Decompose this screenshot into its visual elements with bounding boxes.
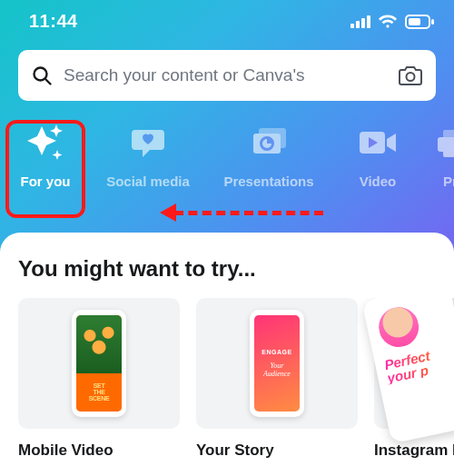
status-bar: 11:44	[0, 0, 454, 37]
category-scroller[interactable]: For you Social media Presentations Video…	[0, 110, 454, 203]
svg-rect-1	[356, 21, 360, 28]
svg-point-9	[407, 73, 415, 81]
category-video[interactable]: Video	[332, 115, 423, 189]
template-card-mobile-video[interactable]: SETTHESCENE Mobile Video	[18, 298, 180, 460]
svg-rect-2	[361, 18, 365, 28]
category-print[interactable]: Pr	[423, 115, 454, 189]
search-bar-container	[0, 37, 454, 110]
cellular-icon	[350, 15, 370, 28]
svg-line-8	[45, 79, 51, 84]
template-label: Mobile Video	[18, 441, 180, 460]
svg-rect-16	[443, 146, 454, 157]
template-thumb: ENGAGE YourAudience	[196, 298, 358, 429]
template-card-your-story[interactable]: ENGAGE YourAudience Your Story	[196, 298, 358, 460]
app-screen: 11:44 For you Social media	[0, 0, 454, 476]
category-presentations[interactable]: Presentations	[205, 115, 332, 189]
search-icon	[31, 64, 53, 86]
svg-rect-0	[350, 24, 354, 28]
svg-rect-15	[443, 130, 454, 139]
category-social-media[interactable]: Social media	[91, 115, 205, 189]
category-label: Pr	[443, 174, 454, 189]
video-icon	[356, 121, 400, 164]
category-label: For you	[21, 174, 71, 189]
battery-icon	[405, 15, 434, 29]
section-title: You might want to try...	[18, 256, 454, 282]
template-thumb: Perfectyour p	[374, 298, 454, 429]
template-card-instagram-post[interactable]: Perfectyour p Instagram P	[374, 298, 454, 460]
template-label: Your Story	[196, 441, 358, 460]
category-label: Video	[360, 174, 397, 189]
wifi-icon	[378, 15, 398, 29]
category-label: Presentations	[223, 174, 313, 189]
status-time: 11:44	[29, 11, 78, 32]
print-icon	[429, 121, 454, 164]
svg-rect-6	[431, 19, 434, 25]
presentation-icon	[247, 121, 291, 164]
template-scroller[interactable]: SETTHESCENE Mobile Video ENGAGE YourAudi…	[18, 298, 454, 460]
svg-rect-5	[409, 18, 420, 25]
svg-rect-3	[367, 15, 370, 28]
search-input[interactable]	[64, 65, 387, 85]
template-label: Instagram P	[374, 441, 454, 460]
status-icons	[350, 15, 434, 29]
heart-bubble-icon	[126, 121, 170, 164]
category-label: Social media	[106, 174, 190, 189]
search-bar[interactable]	[18, 50, 436, 101]
category-for-you[interactable]: For you	[0, 115, 91, 189]
template-thumb: SETTHESCENE	[18, 298, 180, 429]
camera-icon[interactable]	[398, 64, 423, 86]
sparkle-icon	[24, 121, 67, 164]
suggestions-sheet: You might want to try... SETTHESCENE Mob…	[0, 233, 454, 476]
